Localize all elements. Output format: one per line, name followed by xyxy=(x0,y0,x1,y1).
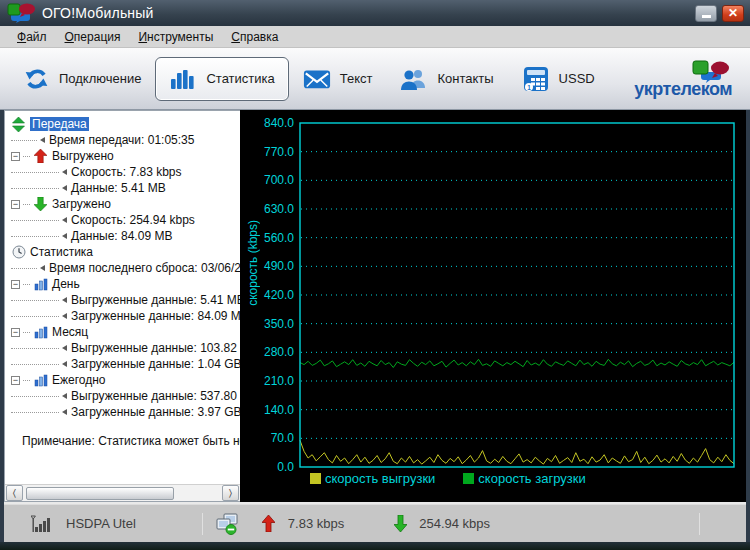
scroll-thumb[interactable] xyxy=(26,487,174,500)
tree-row-13[interactable]: −Месяц xyxy=(5,324,240,340)
tree-row-4[interactable]: Данные: 5.41 MB xyxy=(5,180,240,196)
collapse-expander-icon[interactable]: − xyxy=(11,152,20,161)
tree-row-0[interactable]: Передача xyxy=(5,116,240,132)
horizontal-scrollbar[interactable]: 〈 〉 xyxy=(5,484,240,501)
tree-leaf-label: Время передачи: 01:05:35 xyxy=(49,133,194,147)
sync-icon xyxy=(22,66,50,92)
toolbar-button-contacts[interactable]: Контакты xyxy=(386,57,507,101)
transfer-updown-icon xyxy=(11,117,26,132)
upload-arrow-icon xyxy=(255,511,283,537)
tree-connector xyxy=(11,188,59,189)
menu-item-2[interactable]: Инструменты xyxy=(129,28,222,46)
brand-logo: укртелеком xyxy=(634,60,732,98)
ussd-calculator-icon: 1 xyxy=(522,66,550,92)
toolbar-button-label: Подключение xyxy=(59,71,141,86)
tree-row-11[interactable]: Выгруженные данные: 5.41 MB xyxy=(5,292,240,308)
tree-connector xyxy=(11,364,59,365)
tree-row-5[interactable]: −Загружено xyxy=(5,196,240,212)
mini-bar-chart-icon xyxy=(33,325,48,340)
leaf-marker-icon xyxy=(40,137,45,143)
tree-row-17[interactable]: Выгруженные данные: 537.80 MB xyxy=(5,388,240,404)
scroll-left-button[interactable]: 〈 xyxy=(6,485,23,501)
tree-connector xyxy=(23,156,30,157)
tree-connector xyxy=(11,396,59,397)
tree-row-15[interactable]: Загруженные данные: 1.04 GB xyxy=(5,356,240,372)
collapse-expander-icon[interactable]: − xyxy=(11,328,20,337)
status-separator xyxy=(202,513,203,535)
app-logo-icon xyxy=(6,3,36,23)
tree-row-16[interactable]: −Ежегодно xyxy=(5,372,240,388)
tree-connector xyxy=(11,236,59,237)
collapse-expander-icon[interactable]: − xyxy=(11,280,20,289)
tree-row-10[interactable]: −День xyxy=(5,276,240,292)
tree-connector xyxy=(11,348,59,349)
menu-item-0[interactable]: Файл xyxy=(8,28,56,46)
tree-row-9[interactable]: Время последнего сброса: 03/06/2010 xyxy=(5,260,240,276)
envelope-icon xyxy=(303,66,331,92)
menu-item-3[interactable]: Справка xyxy=(222,28,287,46)
toolbar-button-ussd[interactable]: 1USSD xyxy=(508,57,609,101)
tree-leaf-label: Загруженные данные: 84.09 MB xyxy=(71,309,240,323)
collapse-expander-icon[interactable]: − xyxy=(11,376,20,385)
plot-svg xyxy=(240,110,746,502)
toolbar-button-text[interactable]: Текст xyxy=(289,57,387,101)
tree-row-3[interactable]: Скорость: 7.83 kbps xyxy=(5,164,240,180)
tree-row-14[interactable]: Выгруженные данные: 103.82 MB xyxy=(5,340,240,356)
window-bottom-border xyxy=(0,542,750,550)
upload-speed-value: 7.83 kbps xyxy=(288,516,344,531)
tree-connector xyxy=(11,220,59,221)
toolbar-button-connection[interactable]: Подключение xyxy=(8,57,155,101)
menu-bar: ФайлОперацияИнструментыСправка xyxy=(0,26,750,48)
tree-row-12[interactable]: Загруженные данные: 84.09 MB xyxy=(5,308,240,324)
status-separator-right xyxy=(699,513,700,535)
download-arrow-icon xyxy=(386,511,414,537)
tree-node-label: Статистика xyxy=(30,245,93,259)
series-line-0 xyxy=(300,440,734,464)
tree-row-18[interactable]: Загруженные данные: 3.97 GB xyxy=(5,404,240,420)
tree-node-label: Ежегодно xyxy=(52,373,106,387)
collapse-expander-icon[interactable]: − xyxy=(11,200,20,209)
mini-bar-chart-icon xyxy=(33,277,48,292)
tree-row-8[interactable]: Статистика xyxy=(5,244,240,260)
tree-node-label: Передача xyxy=(30,117,89,131)
tree-node-label: Месяц xyxy=(52,325,88,339)
tree-leaf-label: Выгруженные данные: 103.82 MB xyxy=(71,341,240,355)
tree-row-7[interactable]: Данные: 84.09 MB xyxy=(5,228,240,244)
tree-connector xyxy=(23,380,30,381)
toolbar: ПодключениеСтатистикаТекстКонтакты1USSD … xyxy=(0,48,750,110)
tree-connector xyxy=(23,332,30,333)
app-window: ОГО!Мобильный ✕ ФайлОперацияИнструментыС… xyxy=(0,0,750,550)
tree-row-2[interactable]: −Выгружено xyxy=(5,148,240,164)
svg-text:1: 1 xyxy=(527,83,531,90)
toolbar-button-label: Статистика xyxy=(206,71,274,86)
minimize-glyph xyxy=(702,15,711,18)
upload-arrow-icon xyxy=(33,149,48,164)
tree-row-1[interactable]: Время передачи: 01:05:35 xyxy=(5,132,240,148)
network-status-label: HSDPA Utel xyxy=(66,516,136,531)
leaf-marker-icon xyxy=(62,393,67,399)
tree-connector xyxy=(11,140,37,141)
leaf-marker-icon xyxy=(62,217,67,223)
toolbar-button-label: USSD xyxy=(559,71,595,86)
scroll-right-button[interactable]: 〉 xyxy=(222,485,239,501)
tree-leaf-label: Скорость: 7.83 kbps xyxy=(71,165,182,179)
menu-item-1[interactable]: Операция xyxy=(56,28,130,46)
tree-leaf-label: Выгруженные данные: 5.41 MB xyxy=(71,293,240,307)
toolbar-button-statistics[interactable]: Статистика xyxy=(155,57,288,101)
title-bar[interactable]: ОГО!Мобильный ✕ xyxy=(0,0,750,26)
close-button[interactable]: ✕ xyxy=(722,5,744,22)
window-title: ОГО!Мобильный xyxy=(42,5,690,21)
tree-row-6[interactable]: Скорость: 254.94 kbps xyxy=(5,212,240,228)
status-bar: HSDPA Utel 7.83 kbps 254.94 kbps xyxy=(4,504,746,542)
tree-connector xyxy=(23,204,30,205)
tree-leaf-label: Скорость: 254.94 kbps xyxy=(71,213,195,227)
tree-connector xyxy=(11,172,59,173)
leaf-marker-icon xyxy=(62,313,67,319)
network-connection-icon xyxy=(213,511,241,537)
minimize-button[interactable] xyxy=(695,5,717,22)
tree-leaf-label: Время последнего сброса: 03/06/2010 xyxy=(49,261,240,275)
statistics-tree-panel: ПередачаВремя передачи: 01:05:35−Выгруже… xyxy=(4,110,240,502)
bar-chart-icon xyxy=(169,66,197,92)
brand-name: укртелеком xyxy=(634,80,732,98)
tree-connector xyxy=(11,316,59,317)
